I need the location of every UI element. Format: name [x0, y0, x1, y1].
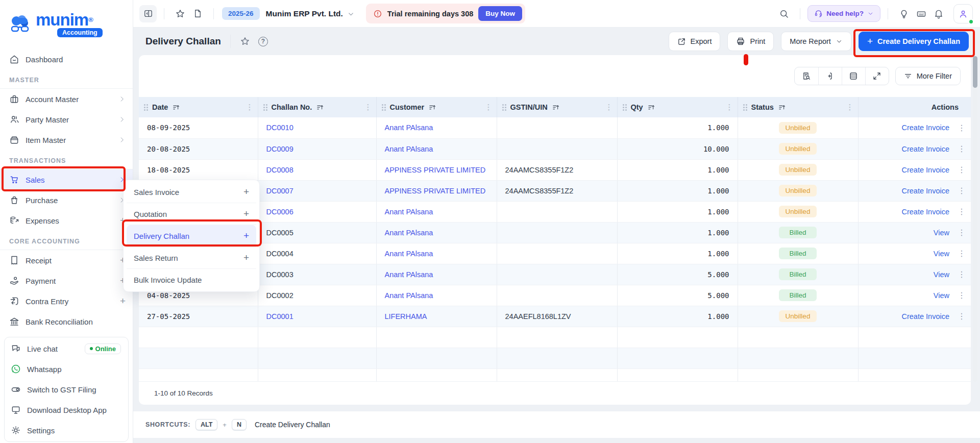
submenu-item-quotation[interactable]: Quotation+ [127, 203, 256, 225]
sidebar-item-whatsapp[interactable]: Whatsapp [5, 359, 128, 379]
favorite-star-icon[interactable] [240, 36, 250, 46]
col-header-gstin[interactable]: GSTIN/UIN⋮ [497, 97, 617, 117]
add-entry-button[interactable] [818, 67, 842, 85]
row-action-link[interactable]: View [934, 250, 949, 258]
submenu-item-delivery-challan[interactable]: Delivery Challan+ [127, 225, 256, 247]
challan-link[interactable]: DC0001 [266, 312, 293, 321]
scrollbar-thumb[interactable] [973, 56, 977, 88]
sidebar-item-receipt[interactable]: Receipt + [0, 250, 133, 270]
row-menu-icon[interactable]: ⋮ [958, 123, 966, 133]
col-header-challan-no[interactable]: Challan No.⋮ [258, 97, 376, 117]
customer-link[interactable]: APPINESS PRIVATE LIMITED [385, 166, 486, 174]
keyboard-shortcuts-button[interactable] [913, 5, 930, 22]
more-filter-button[interactable]: More Filter [895, 67, 961, 85]
challan-link[interactable]: DC0010 [266, 124, 293, 132]
column-menu-icon[interactable]: ⋮ [604, 103, 614, 112]
submenu-item-sales-return[interactable]: Sales Return+ [127, 247, 256, 268]
row-action-link[interactable]: Create Invoice [902, 145, 950, 153]
row-menu-icon[interactable]: ⋮ [958, 290, 966, 300]
challan-link[interactable]: DC0009 [266, 145, 293, 153]
sidebar-collapse-button[interactable] [139, 5, 157, 22]
customer-link[interactable]: Anant PAlsana [385, 208, 433, 216]
challan-link[interactable]: DC0006 [266, 208, 293, 216]
sidebar-item-sales[interactable]: Sales [0, 169, 133, 190]
sidebar-item-purchase[interactable]: Purchase [0, 190, 133, 210]
sort-icon[interactable] [316, 104, 324, 111]
sort-icon[interactable] [648, 104, 655, 111]
fiscal-year-badge[interactable]: 2025-26 [222, 7, 260, 20]
sidebar-item-party-master[interactable]: Party Master [0, 109, 133, 130]
drag-handle-icon[interactable] [623, 104, 624, 106]
report-search-button[interactable] [795, 67, 818, 85]
export-button[interactable]: Export [669, 32, 721, 51]
sort-icon[interactable] [429, 104, 436, 111]
row-menu-icon[interactable]: ⋮ [958, 186, 966, 195]
drag-handle-icon[interactable] [743, 104, 745, 106]
row-menu-icon[interactable]: ⋮ [958, 228, 966, 237]
more-report-button[interactable]: More Report [781, 32, 851, 51]
challan-link[interactable]: DC0007 [266, 187, 293, 195]
plus-icon[interactable]: + [243, 208, 249, 219]
row-action-link[interactable]: View [934, 291, 949, 300]
column-menu-icon[interactable]: ⋮ [725, 103, 734, 112]
row-menu-icon[interactable]: ⋮ [958, 144, 966, 154]
fullscreen-button[interactable] [865, 67, 889, 85]
sidebar-item-contra-entry[interactable]: Contra Entry + [0, 291, 133, 311]
row-action-link[interactable]: View [934, 229, 949, 237]
need-help-button[interactable]: Need help? [807, 5, 880, 22]
drag-handle-icon[interactable] [502, 104, 504, 106]
drag-handle-icon[interactable] [144, 104, 145, 106]
sidebar-item-dashboard[interactable]: Dashboard [0, 49, 133, 69]
search-button[interactable] [775, 5, 793, 22]
notifications-button[interactable] [930, 5, 947, 22]
sidebar-item-switch-gst-filing[interactable]: Switch to GST Filing [5, 379, 128, 400]
sort-icon[interactable] [173, 104, 180, 111]
buy-now-button[interactable]: Buy Now [478, 6, 522, 21]
row-menu-icon[interactable]: ⋮ [958, 311, 966, 321]
sidebar-item-payment[interactable]: Payment + [0, 270, 133, 291]
customer-link[interactable]: Anant PAlsana [385, 270, 433, 279]
row-menu-icon[interactable]: ⋮ [958, 165, 966, 175]
chevron-down-icon[interactable] [347, 10, 355, 18]
sidebar-item-settings[interactable]: Settings [5, 420, 128, 440]
column-menu-icon[interactable]: ⋮ [845, 103, 855, 112]
sidebar-item-expenses[interactable]: Expenses + [0, 210, 133, 231]
whats-new-button[interactable] [895, 5, 913, 22]
col-header-status[interactable]: Status⋮ [738, 97, 858, 117]
customer-link[interactable]: LIFERHAMA [385, 312, 427, 321]
sort-icon[interactable] [552, 104, 560, 111]
plus-icon[interactable]: + [243, 252, 249, 263]
row-density-button[interactable] [842, 67, 865, 85]
col-header-customer[interactable]: Customer⋮ [376, 97, 497, 117]
scrollbar-track[interactable] [973, 55, 977, 382]
document-button[interactable] [189, 5, 206, 22]
sidebar-item-account-master[interactable]: Account Master [0, 89, 133, 109]
plus-icon[interactable]: + [120, 296, 126, 307]
customer-link[interactable]: Anant PAlsana [385, 250, 433, 258]
row-menu-icon[interactable]: ⋮ [958, 249, 966, 258]
plus-icon[interactable]: + [243, 186, 249, 198]
column-menu-icon[interactable]: ⋮ [484, 103, 494, 112]
customer-link[interactable]: Anant PAlsana [385, 124, 433, 132]
help-icon[interactable]: ? [258, 37, 268, 46]
row-action-link[interactable]: Create Invoice [902, 208, 950, 216]
create-delivery-challan-button[interactable]: + Create Delivery Challan [859, 32, 969, 51]
submenu-item-bulk-invoice-update[interactable]: Bulk Invoice Update [127, 269, 256, 290]
sidebar-item-download-desktop-app[interactable]: Download Desktop App [5, 400, 128, 420]
challan-link[interactable]: DC0008 [266, 166, 293, 174]
brand-logo[interactable]: munim® Accounting [0, 0, 133, 49]
row-menu-icon[interactable]: ⋮ [958, 207, 966, 216]
drag-handle-icon[interactable] [263, 104, 265, 106]
customer-link[interactable]: Anant PAlsana [385, 291, 433, 300]
submenu-item-sales-invoice[interactable]: Sales Invoice+ [127, 181, 256, 203]
col-header-qty[interactable]: Qty⋮ [617, 97, 738, 117]
row-action-link[interactable]: Create Invoice [902, 166, 950, 174]
row-menu-icon[interactable]: ⋮ [958, 269, 966, 279]
row-action-link[interactable]: View [934, 270, 949, 279]
print-button[interactable]: Print [727, 32, 774, 51]
customer-link[interactable]: APPINESS PRIVATE LIMITED [385, 187, 486, 195]
user-avatar-button[interactable] [953, 4, 973, 23]
plus-icon[interactable]: + [243, 230, 249, 241]
drag-handle-icon[interactable] [382, 104, 383, 106]
row-action-link[interactable]: Create Invoice [902, 187, 950, 195]
